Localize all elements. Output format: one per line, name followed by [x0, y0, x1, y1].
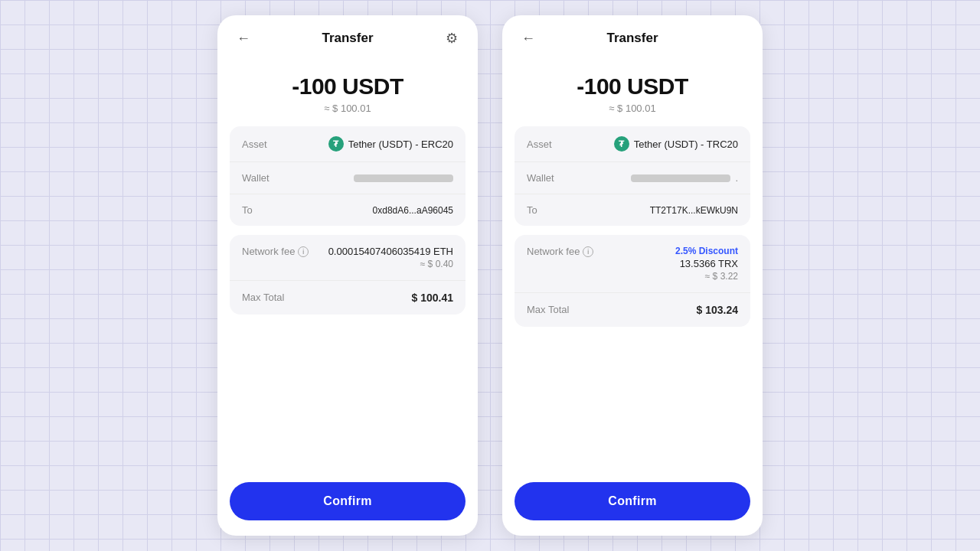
fee-box-2: Network fee i 2.5% Discount 13.5366 TRX …: [514, 235, 750, 327]
wallet-value-2: .: [631, 172, 738, 184]
confirm-button[interactable]: Confirm: [230, 482, 466, 520]
to-address-2: TT2T17K...kEWkU9N: [650, 205, 738, 216]
asset-row: Asset ₮ Tether (USDT) - ERC20: [230, 126, 466, 162]
network-fee-row-2: Network fee i 2.5% Discount 13.5366 TRX …: [514, 235, 750, 293]
to-row-2: To TT2T17K...kEWkU9N: [514, 194, 750, 226]
amount-fiat: ≈ $ 100.01: [233, 103, 462, 114]
confirm-btn-wrap-2: Confirm: [502, 470, 763, 536]
to-row: To 0xd8dA6...aA96045: [230, 194, 466, 226]
back-button-2[interactable]: ←: [518, 28, 539, 49]
asset-label-2: Asset: [527, 139, 552, 150]
info-icon[interactable]: i: [298, 246, 309, 257]
amount-section: -100 USDT ≈ $ 100.01: [217, 55, 478, 126]
wallet-row: Wallet: [230, 162, 466, 194]
to-label: To: [242, 204, 253, 216]
card1-header: ← Transfer ⚙: [217, 15, 478, 55]
network-fee-label: Network fee i: [242, 246, 309, 257]
network-fee-values: 0.00015407406035419 ETH ≈ $ 0.40: [328, 246, 453, 269]
amount-value-2: -100 USDT: [518, 73, 747, 99]
transfer-card-erc20: ← Transfer ⚙ -100 USDT ≈ $ 100.01 Asset …: [217, 15, 478, 536]
page-title-2: Transfer: [606, 31, 658, 46]
transfer-card-trc20: ← Transfer -100 USDT ≈ $ 100.01 Asset ₮ …: [502, 15, 763, 536]
network-fee-label-2: Network fee i: [527, 246, 593, 257]
network-fee-values-2: 2.5% Discount 13.5366 TRX ≈ $ 3.22: [675, 246, 738, 282]
network-fee-sub: ≈ $ 0.40: [328, 259, 453, 269]
confirm-button-2[interactable]: Confirm: [514, 482, 750, 520]
tether-icon: ₮: [328, 136, 344, 152]
max-total-value: $ 100.41: [412, 292, 454, 304]
settings-button[interactable]: ⚙: [441, 28, 462, 49]
back-button[interactable]: ←: [233, 28, 254, 49]
network-fee-row: Network fee i 0.00015407406035419 ETH ≈ …: [230, 235, 466, 281]
max-total-label-2: Max Total: [527, 304, 569, 315]
amount-section-2: -100 USDT ≈ $ 100.01: [502, 55, 763, 126]
wallet-label: Wallet: [242, 172, 270, 184]
max-total-row-2: Max Total $ 103.24: [514, 293, 750, 327]
card2-header: ← Transfer: [502, 15, 763, 55]
page-title: Transfer: [322, 31, 373, 46]
max-total-value-2: $ 103.24: [697, 304, 739, 316]
amount-value: -100 USDT: [233, 73, 462, 99]
wallet-row-2: Wallet .: [514, 162, 750, 194]
wallet-label-2: Wallet: [527, 172, 554, 184]
wallet-blur: [354, 174, 453, 182]
confirm-btn-wrap: Confirm: [217, 470, 478, 536]
wallet-blur-2: [631, 174, 730, 182]
tether-icon-2: ₮: [614, 136, 629, 152]
asset-info-box-2: Asset ₮ Tether (USDT) - TRC20 Wallet . T…: [514, 126, 750, 226]
fee-box: Network fee i 0.00015407406035419 ETH ≈ …: [230, 235, 466, 315]
network-fee-main: 0.00015407406035419 ETH: [328, 246, 453, 257]
asset-info-box: Asset ₮ Tether (USDT) - ERC20 Wallet To …: [230, 126, 466, 226]
network-fee-sub-2: ≈ $ 3.22: [675, 271, 738, 282]
asset-value: ₮ Tether (USDT) - ERC20: [328, 136, 453, 152]
to-address: 0xd8dA6...aA96045: [373, 205, 453, 216]
max-total-label: Max Total: [242, 292, 284, 303]
amount-fiat-2: ≈ $ 100.01: [518, 103, 747, 114]
max-total-row: Max Total $ 100.41: [230, 281, 466, 315]
wallet-value: [354, 174, 453, 182]
to-label-2: To: [527, 204, 537, 216]
network-fee-main-2: 13.5366 TRX: [675, 258, 738, 269]
discount-badge: 2.5% Discount: [675, 246, 738, 256]
asset-value-2: ₮ Tether (USDT) - TRC20: [614, 136, 738, 152]
asset-label: Asset: [242, 139, 267, 150]
info-icon-2[interactable]: i: [583, 246, 593, 257]
asset-row-2: Asset ₮ Tether (USDT) - TRC20: [514, 126, 750, 162]
